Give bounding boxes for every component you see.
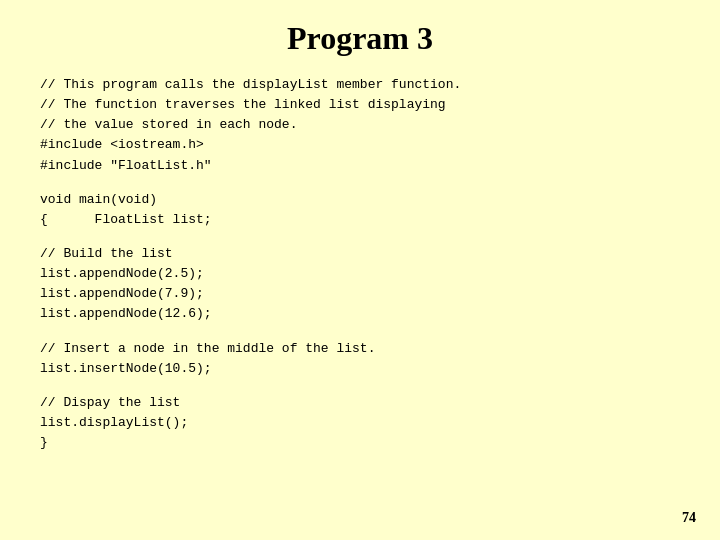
page-title: Program 3: [40, 20, 680, 57]
gap-2: [40, 230, 680, 244]
main-start-block: void main(void) { FloatList list;: [40, 190, 680, 230]
comments-block: // This program calls the displayList me…: [40, 75, 680, 176]
page-number: 74: [682, 510, 696, 526]
build-list-block: // Build the list list.appendNode(2.5); …: [40, 244, 680, 325]
insert-node-block: // Insert a node in the middle of the li…: [40, 339, 680, 379]
display-block: // Dispay the list list.displayList(); }: [40, 393, 680, 453]
gap-1: [40, 176, 680, 190]
gap-3: [40, 325, 680, 339]
page-container: Program 3 // This program calls the disp…: [0, 0, 720, 540]
gap-4: [40, 379, 680, 393]
